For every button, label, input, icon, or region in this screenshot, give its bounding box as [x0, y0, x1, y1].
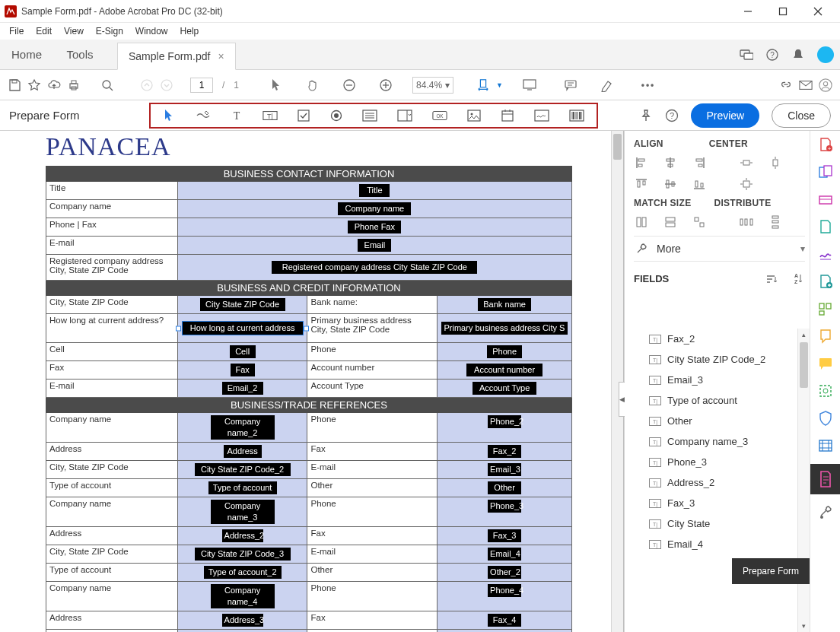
distribute-v-icon[interactable]	[768, 214, 783, 230]
form-field[interactable]: Address_2	[222, 529, 263, 542]
sort-icon[interactable]	[764, 272, 779, 287]
form-field[interactable]: Fax_3	[488, 529, 521, 542]
comment-tool-icon[interactable]	[816, 354, 835, 373]
select-tool-icon[interactable]	[269, 78, 283, 92]
pin-panel-icon[interactable]	[639, 109, 653, 122]
send-for-comments-tool-icon[interactable]	[816, 327, 835, 345]
form-field[interactable]: Phone Fax	[348, 221, 401, 233]
center-h-icon[interactable]	[739, 155, 754, 170]
more-tools-rail-icon[interactable]	[816, 503, 835, 522]
rich-media-tool-icon[interactable]	[816, 437, 835, 455]
menu-esign[interactable]: E-Sign	[91, 24, 128, 38]
form-field-selected[interactable]: How long at current address	[183, 322, 303, 335]
form-field[interactable]: City State ZIP Code_3	[195, 548, 291, 561]
scan-ocr-tool-icon[interactable]	[816, 382, 835, 400]
signature-field-icon[interactable]	[534, 108, 549, 123]
form-field[interactable]: Primary business address City S	[441, 322, 568, 335]
nav-tools[interactable]: Tools	[53, 39, 107, 69]
find-icon[interactable]	[100, 78, 114, 92]
form-field[interactable]: Phone_2	[488, 415, 521, 428]
hand-tool-icon[interactable]	[306, 78, 320, 92]
print-icon[interactable]	[67, 78, 81, 92]
menu-view[interactable]: View	[59, 24, 88, 38]
window-minimize-button[interactable]	[730, 0, 765, 23]
align-right-icon[interactable]	[692, 155, 707, 170]
field-list-item[interactable]: T|Address_2	[625, 472, 810, 493]
fit-width-icon[interactable]	[476, 78, 490, 92]
zoom-out-icon[interactable]	[342, 78, 356, 92]
profile-icon[interactable]	[819, 78, 832, 92]
preview-button[interactable]: Preview	[691, 103, 759, 128]
form-field[interactable]: Address	[224, 445, 262, 458]
center-both-icon[interactable]	[739, 176, 754, 192]
fields-scrollbar[interactable]: ▴▾	[797, 329, 810, 632]
align-left-icon[interactable]	[634, 155, 649, 170]
highlight-icon[interactable]	[600, 78, 614, 92]
more-tools-icon[interactable]: •••	[641, 78, 655, 92]
form-field[interactable]: Email_4	[488, 548, 521, 561]
match-both-icon[interactable]	[692, 214, 707, 230]
panel-expand-handle-left[interactable]: ◀	[619, 382, 625, 417]
tab-close-icon[interactable]: ×	[218, 50, 224, 62]
text-field-icon[interactable]: T	[231, 108, 243, 123]
field-list-item[interactable]: T|Other	[625, 411, 810, 431]
sort-az-icon[interactable]: AZ	[790, 271, 805, 286]
field-list-item[interactable]: T|Fax_2	[625, 329, 810, 349]
field-list-item[interactable]: T|Email_3	[625, 370, 810, 390]
list-field-icon[interactable]	[362, 108, 377, 123]
align-middle-icon[interactable]	[663, 176, 678, 192]
create-pdf-tool-icon[interactable]: +	[816, 135, 835, 154]
form-field[interactable]: Bank name	[478, 298, 531, 311]
page-up-icon[interactable]	[140, 78, 154, 92]
document-tab[interactable]: Sample Form.pdf ×	[117, 43, 236, 70]
radio-field-icon[interactable]	[330, 108, 343, 123]
form-field[interactable]: Type of account	[208, 481, 277, 494]
distribute-h-icon[interactable]	[739, 214, 754, 230]
edit-pdf-tool-icon[interactable]	[816, 190, 835, 208]
help-icon[interactable]: ?	[765, 48, 779, 62]
form-field[interactable]: Phone_4	[488, 584, 521, 597]
fill-sign-tool-icon[interactable]	[816, 245, 835, 263]
save-icon[interactable]	[8, 78, 21, 92]
form-field[interactable]: Type of account_2	[204, 566, 282, 579]
form-field[interactable]: Phone_3	[488, 500, 521, 513]
form-field[interactable]: Other_2	[488, 566, 521, 579]
field-list-item[interactable]: T|Type of account	[625, 390, 810, 411]
field-list-item[interactable]: T|Phone_3	[625, 452, 810, 472]
email-icon[interactable]	[799, 78, 813, 92]
field-list-item[interactable]: T|Company name_3	[625, 431, 810, 452]
form-field[interactable]: Fax_2	[488, 445, 521, 458]
cloud-upload-icon[interactable]	[47, 78, 61, 92]
read-mode-icon[interactable]	[523, 78, 536, 92]
window-close-button[interactable]	[800, 0, 835, 23]
zoom-combo[interactable]: 84.4%▾	[412, 77, 453, 94]
form-field[interactable]: City State ZIP Code_2	[195, 463, 291, 476]
selection-tool-icon[interactable]	[163, 108, 176, 123]
export-pdf-tool-icon[interactable]	[816, 272, 835, 291]
field-list-item[interactable]: T|Email_4	[625, 534, 810, 554]
request-signatures-tool-icon[interactable]	[816, 218, 835, 236]
form-field[interactable]: Registered company address City State ZI…	[272, 261, 477, 274]
match-width-icon[interactable]	[634, 214, 649, 230]
form-field[interactable]: Email_2	[222, 382, 263, 395]
document-view[interactable]: ▶ PANACEA BUSINESS CONTACT INFORMATION T…	[0, 131, 624, 632]
text-field-multiline-icon[interactable]: T|	[262, 108, 278, 123]
menu-file[interactable]: File	[5, 24, 28, 38]
zoom-in-icon[interactable]	[379, 78, 393, 92]
form-field[interactable]: Company name_3	[211, 500, 275, 524]
form-field[interactable]: Company name_2	[211, 415, 275, 440]
form-field[interactable]: Phone	[487, 345, 522, 358]
combine-files-tool-icon[interactable]	[816, 163, 835, 181]
form-field[interactable]: Account number	[466, 364, 542, 376]
star-icon[interactable]	[27, 78, 41, 92]
chevron-down-icon[interactable]: ▼	[496, 81, 503, 89]
help-panel-icon[interactable]: ?	[665, 109, 679, 122]
form-field[interactable]: Fax	[231, 364, 255, 376]
link-icon[interactable]	[779, 78, 793, 92]
prepare-form-tool-icon[interactable]	[810, 464, 841, 494]
window-maximize-button[interactable]	[765, 0, 800, 23]
menu-help[interactable]: Help	[176, 24, 204, 38]
notifications-icon[interactable]	[791, 48, 805, 62]
close-panel-button[interactable]: Close	[772, 103, 831, 128]
align-top-icon[interactable]	[634, 176, 649, 192]
